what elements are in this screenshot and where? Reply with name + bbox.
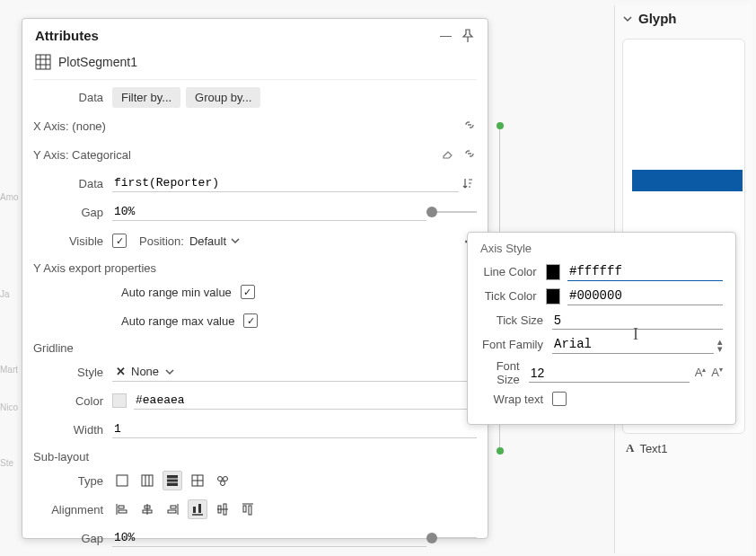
auto-max-row: Auto range max value [33, 309, 477, 332]
sub-gap-slider[interactable] [426, 532, 477, 544]
glyph-text1-label: Text1 [639, 442, 667, 455]
gridline-width-row: Width [33, 418, 477, 441]
gridline-color-row: Color [33, 389, 477, 412]
gap-input[interactable] [112, 203, 426, 221]
svg-rect-15 [198, 504, 201, 513]
close-icon: ✕ [116, 365, 126, 379]
tick-color-row: Tick Color [480, 287, 723, 305]
bg-label: Ja [0, 289, 10, 299]
align-left-icon[interactable] [112, 499, 132, 519]
svg-rect-3 [167, 475, 178, 486]
attributes-header: Attributes — [33, 19, 477, 49]
align-center-icon[interactable] [137, 499, 157, 519]
sublayout-label: Sub-layout [33, 450, 477, 463]
attributes-panel: Attributes — PlotSegment1 Data Filter by… [22, 18, 488, 539]
wrap-text-row: Wrap text [480, 392, 723, 406]
gap-slider[interactable] [426, 206, 477, 218]
chevron-down-icon [164, 366, 175, 377]
align-middle-icon[interactable] [213, 499, 233, 519]
minimize-icon[interactable]: — [440, 29, 452, 43]
position-value: Default [189, 234, 226, 248]
link-icon[interactable] [462, 119, 477, 134]
font-family-input[interactable] [552, 335, 714, 354]
pin-icon[interactable] [461, 29, 475, 43]
sub-gap-label: Gap [33, 532, 112, 545]
visible-label: Visible [33, 234, 112, 248]
font-family-stepper[interactable]: ▴▾ [717, 338, 723, 352]
color-swatch[interactable] [112, 393, 127, 408]
tick-color-input[interactable] [567, 287, 723, 305]
svg-rect-0 [36, 55, 50, 69]
auto-max-label: Auto range max value [121, 314, 234, 328]
bg-label: Mart [0, 365, 18, 375]
auto-min-checkbox[interactable] [241, 285, 255, 299]
gap-row: Gap [33, 200, 477, 224]
svg-rect-13 [168, 510, 176, 513]
y-axis-export-label: Y Axis export properties [33, 261, 477, 275]
resize-handle-bottom[interactable] [497, 447, 504, 455]
axis-style-popup: Axis Style Line Color Tick Color Tick Si… [467, 232, 736, 425]
visible-checkbox[interactable] [112, 234, 127, 248]
y-data-input[interactable] [112, 174, 459, 192]
filter-by-button[interactable]: Filter by... [112, 87, 180, 108]
svg-rect-19 [249, 506, 251, 515]
tick-size-input[interactable] [552, 311, 723, 330]
glyph-panel-header[interactable]: Glyph [615, 5, 752, 31]
gridline-label: Gridline [33, 341, 477, 355]
bg-label: Ste [0, 458, 13, 468]
wrap-text-label: Wrap text [480, 393, 552, 406]
glyph-title: Glyph [638, 11, 677, 26]
position-dropdown[interactable]: Default [189, 234, 241, 248]
x-axis-label: X Axis: (none) [33, 119, 106, 133]
font-decrease-icon[interactable]: A▾ [711, 366, 723, 379]
svg-rect-8 [119, 506, 124, 508]
type-label: Type [33, 474, 112, 488]
svg-rect-12 [171, 506, 176, 508]
font-size-row: Font Size A▴ A▾ [480, 359, 723, 386]
line-color-label: Line Color [480, 265, 546, 278]
wrap-text-checkbox[interactable] [552, 392, 567, 406]
tick-color-swatch[interactable] [546, 288, 560, 304]
type-stacky-icon[interactable] [163, 471, 182, 490]
auto-max-checkbox[interactable] [243, 313, 258, 328]
gridline-style-row: Style ✕ None [33, 360, 477, 384]
selected-object-row: PlotSegment1 [33, 49, 477, 80]
tick-size-label: Tick Size [480, 313, 552, 327]
panel-title: Attributes [35, 28, 99, 43]
align-top-icon[interactable] [238, 499, 258, 519]
link-icon[interactable] [462, 147, 477, 163]
data-label: Data [33, 91, 112, 104]
color-input[interactable] [134, 392, 477, 410]
glyph-mark-text1[interactable]: A Text1 [626, 441, 742, 455]
type-overlap-icon[interactable] [112, 471, 132, 490]
sublayout-type-row: Type [33, 469, 477, 492]
y-axis-label: Y Axis: Categorical [33, 148, 131, 162]
bg-label: Nico [0, 402, 18, 412]
line-color-row: Line Color [480, 262, 723, 281]
bg-label: Amo [0, 192, 19, 202]
font-size-input[interactable] [529, 364, 690, 383]
sort-icon[interactable] [459, 177, 477, 190]
group-by-button[interactable]: Group by... [186, 87, 260, 108]
type-stackx-icon[interactable] [137, 471, 157, 490]
line-color-swatch[interactable] [546, 264, 560, 280]
width-input[interactable] [112, 420, 477, 438]
font-increase-icon[interactable]: A▴ [695, 366, 707, 379]
svg-rect-1 [117, 475, 127, 486]
svg-rect-14 [193, 507, 196, 513]
erase-icon[interactable] [441, 147, 455, 163]
align-right-icon[interactable] [163, 499, 182, 519]
axis-style-title: Axis Style [480, 242, 723, 255]
line-color-input[interactable] [567, 262, 723, 281]
gridline-style-dropdown[interactable]: ✕ None [112, 363, 477, 382]
align-bottom-icon[interactable] [188, 499, 207, 519]
resize-handle-top[interactable] [497, 122, 504, 129]
glyph-mark-bar[interactable] [632, 170, 743, 191]
sub-gap-input[interactable] [112, 529, 426, 547]
svg-point-7 [221, 481, 225, 486]
type-packing-icon[interactable] [213, 471, 233, 490]
svg-point-5 [218, 477, 223, 481]
type-grid-icon[interactable] [188, 471, 207, 490]
font-size-label: Font Size [480, 359, 529, 386]
position-label: Position: [139, 234, 184, 248]
